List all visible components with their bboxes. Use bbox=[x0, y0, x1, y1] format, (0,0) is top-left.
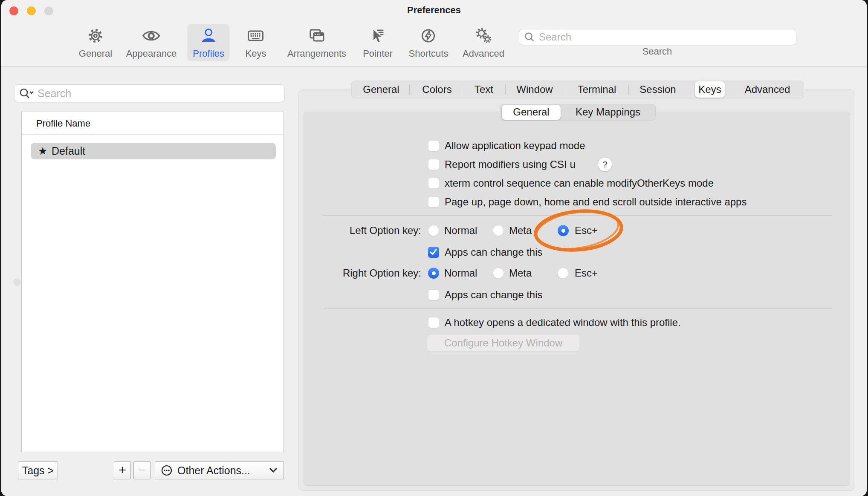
checkbox-label: Report modifiers using CSI u bbox=[445, 158, 576, 171]
tab-advanced[interactable]: Advanced bbox=[745, 81, 790, 98]
toolbar-item-label: Appearance bbox=[126, 48, 177, 59]
person-icon bbox=[199, 26, 218, 47]
tags-button[interactable]: Tags > bbox=[18, 461, 58, 479]
checkbox-keypad-mode[interactable] bbox=[428, 140, 439, 151]
radio-right-option-normal[interactable] bbox=[428, 268, 439, 279]
radio-label: Esc+ bbox=[575, 267, 598, 280]
profile-search-input[interactable] bbox=[37, 85, 281, 101]
radio-left-option-meta[interactable] bbox=[493, 225, 504, 236]
tab-text[interactable]: Text bbox=[475, 81, 493, 98]
left-option-key-label: Left Option key: bbox=[283, 224, 421, 237]
toolbar-item-label: Profiles bbox=[193, 48, 224, 59]
toolbar-item-label: General bbox=[79, 48, 112, 59]
screenshot-stage: Preferences General Appearance Profiles … bbox=[0, 0, 868, 496]
profile-name: Default bbox=[52, 143, 85, 159]
tab-keys[interactable]: Keys bbox=[698, 81, 721, 98]
splitter-handle[interactable] bbox=[13, 278, 21, 286]
section-divider bbox=[323, 308, 832, 309]
radio-right-option-meta[interactable] bbox=[493, 268, 504, 279]
tab-colors[interactable]: Colors bbox=[422, 81, 451, 98]
tab-separator bbox=[566, 84, 566, 95]
checkbox-csi-u[interactable] bbox=[428, 159, 439, 170]
other-actions-dropdown[interactable]: Other Actions... bbox=[155, 461, 284, 479]
toolbar-search-field[interactable] bbox=[519, 29, 796, 45]
checkbox-label: Allow application keypad mode bbox=[445, 139, 585, 152]
gears-icon bbox=[474, 26, 493, 47]
right-option-key-label: Right Option key: bbox=[283, 267, 421, 280]
star-icon: ★ bbox=[38, 143, 47, 159]
tab-general[interactable]: General bbox=[363, 81, 399, 98]
toolbar-search-input[interactable] bbox=[538, 30, 793, 44]
preferences-window: Preferences General Appearance Profiles … bbox=[1, 0, 867, 496]
tab-session[interactable]: Session bbox=[639, 81, 676, 98]
ellipsis-circle-icon bbox=[160, 464, 173, 477]
tab-terminal[interactable]: Terminal bbox=[578, 81, 616, 98]
radio-label: Meta bbox=[509, 267, 532, 280]
gear-icon bbox=[86, 26, 105, 47]
plus-icon: + bbox=[114, 462, 130, 478]
tab-window[interactable]: Window bbox=[516, 81, 553, 98]
windows-icon bbox=[307, 26, 326, 47]
other-actions-label: Other Actions... bbox=[177, 464, 250, 477]
profile-list-header: Profile Name bbox=[36, 118, 90, 130]
toolbar-item-label: Pointer bbox=[363, 48, 393, 59]
radio-left-option-normal[interactable] bbox=[428, 225, 439, 236]
toolbar-item-pointer[interactable]: Pointer bbox=[357, 24, 398, 61]
checkbox-hotkey-window[interactable] bbox=[428, 317, 439, 328]
profile-list bbox=[21, 112, 284, 452]
keyboard-icon bbox=[246, 26, 265, 47]
radio-right-option-esc[interactable] bbox=[558, 268, 569, 279]
checkbox-right-apps-can-change[interactable] bbox=[428, 289, 439, 300]
checkbox-modify-other-keys[interactable] bbox=[428, 178, 439, 189]
toolbar-item-label: Keys bbox=[246, 48, 266, 59]
toolbar-item-general[interactable]: General bbox=[73, 24, 118, 61]
toolbar-item-shortcuts[interactable]: Shortcuts bbox=[403, 24, 454, 61]
keys-general-panel bbox=[304, 112, 850, 486]
toolbar-item-label: Shortcuts bbox=[409, 48, 448, 59]
profile-search-field[interactable] bbox=[14, 84, 285, 102]
annotation-ellipse bbox=[524, 204, 639, 259]
bolt-icon bbox=[419, 26, 438, 47]
list-header-divider bbox=[22, 134, 283, 135]
add-profile-button[interactable]: + bbox=[114, 461, 131, 479]
tab-separator bbox=[505, 84, 506, 95]
toolbar-search-label: Search bbox=[519, 46, 796, 57]
toolbar-item-keys[interactable]: Keys bbox=[240, 24, 272, 61]
tab-separator bbox=[409, 84, 410, 95]
minus-icon: − bbox=[134, 462, 150, 478]
checkbox-label: xterm control sequence can enable modify… bbox=[445, 177, 714, 190]
cursor-icon bbox=[368, 26, 387, 47]
checkbox-left-apps-can-change[interactable] bbox=[428, 247, 439, 258]
profile-row-default[interactable]: ★ Default bbox=[31, 143, 276, 159]
toolbar-item-advanced[interactable]: Advanced bbox=[457, 24, 510, 61]
checkbox-scroll-outside-apps[interactable] bbox=[428, 196, 439, 208]
toolbar-item-appearance[interactable]: Appearance bbox=[121, 24, 182, 61]
search-filter-icon bbox=[19, 88, 35, 101]
radio-label: Normal bbox=[444, 267, 477, 280]
help-button[interactable]: ? bbox=[598, 158, 612, 171]
tab-separator bbox=[628, 84, 629, 95]
window-title: Preferences bbox=[1, 5, 867, 16]
tags-button-label: Tags > bbox=[18, 462, 58, 479]
chevron-down-icon bbox=[269, 468, 278, 473]
radio-label: Normal bbox=[444, 224, 477, 237]
toolbar-item-label: Arrangements bbox=[287, 48, 346, 59]
tab-separator bbox=[461, 84, 461, 95]
toolbar-item-profiles[interactable]: Profiles bbox=[187, 24, 229, 61]
eye-icon bbox=[142, 26, 161, 47]
checkbox-label: Apps can change this bbox=[445, 288, 543, 301]
toolbar-item-label: Advanced bbox=[463, 48, 504, 59]
checkbox-label: A hotkey opens a dedicated window with t… bbox=[445, 316, 681, 329]
search-icon bbox=[524, 32, 535, 44]
subtab-general[interactable]: General bbox=[513, 104, 549, 120]
remove-profile-button[interactable]: − bbox=[133, 461, 150, 479]
toolbar-item-arrangements[interactable]: Arrangements bbox=[282, 24, 352, 61]
subtab-key-mappings[interactable]: Key Mappings bbox=[576, 104, 640, 120]
configure-hotkey-window-button[interactable]: Configure Hotkey Window bbox=[427, 335, 580, 352]
